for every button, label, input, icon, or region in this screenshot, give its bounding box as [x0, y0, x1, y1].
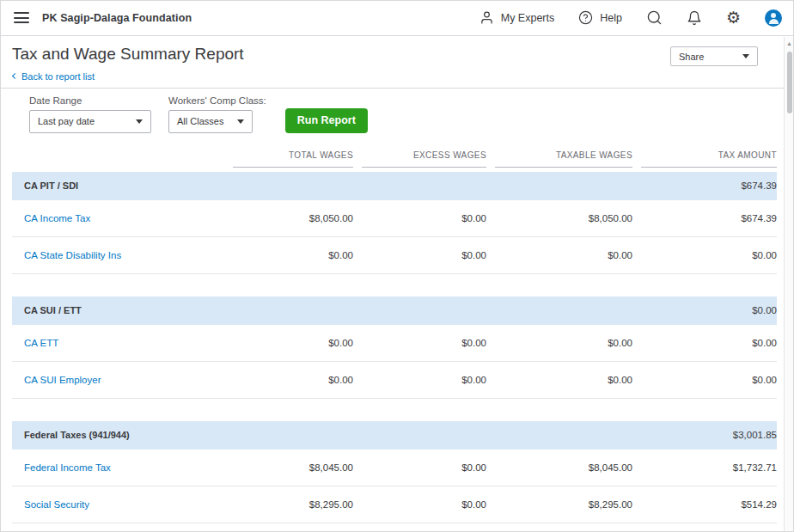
page-header: Tax and Wage Summary Report Share [0, 36, 794, 66]
help-button[interactable]: Help [578, 10, 622, 25]
tax-value-cell: $0.00 [233, 375, 353, 385]
tax-value-cell: $0.00 [495, 375, 632, 385]
tax-value-cell: $0.00 [641, 375, 777, 385]
tax-row: CA SUI Employer$0.00$0.00$0.00$0.00 [12, 362, 777, 399]
tax-name-link[interactable]: Social Security [12, 499, 224, 510]
section-title: CA PIT / SDI [12, 180, 224, 191]
section-title: CA SUI / ETT [12, 305, 224, 315]
section-header-row: CA PIT / SDI$674.39 [12, 172, 777, 200]
scrollbar-up-arrow-icon[interactable]: ▲ [785, 37, 794, 46]
help-icon [578, 10, 593, 25]
tax-value-cell: $8,295.00 [233, 499, 353, 510]
section-total-amount: $3,001.85 [641, 430, 777, 440]
tax-value-cell: $0.00 [362, 375, 486, 385]
page-title: Tax and Wage Summary Report [12, 45, 244, 64]
column-header-taxable-wages: TAXABLE WAGES [495, 150, 632, 168]
tax-name-link[interactable]: CA State Disability Ins [12, 250, 224, 260]
chevron-down-icon [237, 119, 244, 124]
report-section: CA PIT / SDI$674.39CA Income Tax$8,050.0… [12, 172, 777, 274]
report-section: CA SUI / ETT$0.00CA ETT$0.00$0.00$0.00$0… [12, 297, 777, 399]
column-header-total-wages: TOTAL WAGES [233, 150, 353, 168]
tax-row: CA Income Tax$8,050.00$0.00$8,050.00$674… [12, 200, 777, 237]
report-table: TOTAL WAGES EXCESS WAGES TAXABLE WAGES T… [12, 142, 777, 523]
tax-name-link[interactable]: CA Income Tax [12, 213, 224, 223]
section-header-row: CA SUI / ETT$0.00 [12, 297, 777, 325]
chevron-down-icon [742, 54, 749, 58]
person-icon [479, 10, 494, 25]
settings-gear-icon[interactable]: ⚙ [726, 9, 741, 26]
hamburger-menu-icon[interactable] [14, 12, 29, 23]
date-range-select[interactable]: Last pay date [29, 110, 151, 133]
tax-value-cell: $0.00 [495, 338, 632, 348]
table-header-row: TOTAL WAGES EXCESS WAGES TAXABLE WAGES T… [12, 142, 777, 168]
tax-row: CA ETT$0.00$0.00$0.00$0.00 [12, 325, 777, 362]
my-experts-label: My Experts [501, 12, 555, 24]
tax-value-cell: $0.00 [362, 462, 486, 473]
date-range-filter: Date Range Last pay date [29, 95, 151, 133]
report-section: Federal Taxes (941/944)$3,001.85Federal … [12, 421, 777, 523]
tax-value-cell: $0.00 [641, 338, 777, 348]
date-range-value: Last pay date [38, 116, 95, 126]
help-label: Help [600, 12, 622, 24]
share-button[interactable]: Share [670, 46, 758, 66]
tax-value-cell: $8,050.00 [495, 213, 632, 223]
notifications-bell-icon[interactable] [687, 10, 702, 26]
my-experts-button[interactable]: My Experts [479, 10, 555, 25]
tax-name-link[interactable]: Federal Income Tax [12, 462, 224, 473]
back-to-report-list-link[interactable]: Back to report list [13, 71, 95, 82]
tax-value-cell: $0.00 [233, 250, 353, 260]
tax-value-cell: $8,295.00 [495, 499, 632, 510]
tax-row: Federal Income Tax$8,045.00$0.00$8,045.0… [12, 449, 777, 486]
tax-name-link[interactable]: CA ETT [12, 338, 224, 348]
section-header-row: Federal Taxes (941/944)$3,001.85 [12, 421, 777, 449]
column-header-excess-wages: EXCESS WAGES [362, 150, 486, 168]
section-total-amount: $674.39 [641, 180, 777, 191]
topbar-right: My Experts Help ⚙ [479, 9, 785, 27]
company-name: PK Sagip-Dalaga Foundation [42, 12, 192, 24]
tax-value-cell: $0.00 [362, 250, 486, 260]
date-range-label: Date Range [29, 95, 151, 106]
tax-value-cell: $0.00 [362, 338, 486, 348]
tax-value-cell: $0.00 [362, 213, 486, 223]
workers-comp-label: Workers' Comp Class: [168, 95, 266, 106]
chevron-down-icon [136, 119, 143, 124]
tax-row: CA State Disability Ins$0.00$0.00$0.00$0… [12, 237, 777, 274]
user-avatar[interactable] [765, 9, 782, 27]
chevron-left-icon [12, 73, 18, 79]
tax-value-cell: $1,732.71 [641, 462, 777, 473]
tax-row: Social Security$8,295.00$0.00$8,295.00$5… [12, 486, 777, 523]
tax-value-cell: $514.29 [641, 499, 777, 510]
tax-value-cell: $674.39 [641, 213, 777, 223]
tax-value-cell: $8,050.00 [233, 213, 353, 223]
section-total-amount: $0.00 [641, 305, 777, 315]
workers-comp-select[interactable]: All Classes [168, 110, 253, 133]
search-icon[interactable] [646, 9, 663, 26]
topbar-left: PK Sagip-Dalaga Foundation [14, 12, 192, 24]
tax-name-link[interactable]: CA SUI Employer [12, 375, 224, 385]
column-header-tax-amount: TAX AMOUNT [641, 150, 777, 168]
run-report-button[interactable]: Run Report [285, 108, 368, 133]
workers-comp-filter: Workers' Comp Class: All Classes [168, 95, 266, 133]
top-navbar: PK Sagip-Dalaga Foundation My Experts He… [0, 0, 794, 36]
report-filters: Date Range Last pay date Workers' Comp C… [0, 89, 794, 140]
back-link-label: Back to report list [21, 71, 95, 82]
tax-value-cell: $8,045.00 [233, 462, 353, 473]
vertical-scrollbar[interactable]: ▲ [784, 37, 794, 532]
tax-value-cell: $0.00 [233, 338, 353, 348]
tax-value-cell: $0.00 [495, 250, 632, 260]
tax-value-cell: $8,045.00 [495, 462, 632, 473]
tax-value-cell: $0.00 [362, 499, 486, 510]
tax-value-cell: $0.00 [641, 250, 777, 260]
report-table-body: CA PIT / SDI$674.39CA Income Tax$8,050.0… [12, 172, 777, 523]
section-title: Federal Taxes (941/944) [12, 430, 224, 440]
share-button-label: Share [679, 52, 704, 62]
scrollbar-thumb[interactable] [787, 52, 792, 113]
workers-comp-value: All Classes [177, 116, 223, 126]
